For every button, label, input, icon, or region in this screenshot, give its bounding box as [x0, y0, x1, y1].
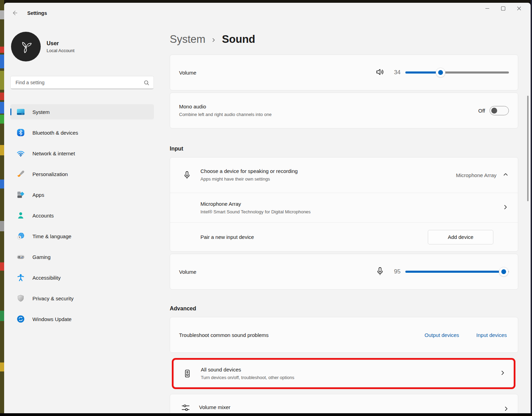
- breadcrumb-system[interactable]: System: [170, 33, 205, 46]
- slider-thumb[interactable]: [499, 267, 509, 277]
- choose-input-device-title: Choose a device for speaking or recordin…: [200, 168, 298, 175]
- choose-input-device-description: Apps might have their own settings: [200, 176, 298, 182]
- settings-window: Settings User Local Account: [4, 3, 531, 413]
- sidebar-item-privacy-security[interactable]: Privacy & security: [10, 291, 154, 306]
- person-icon: [17, 211, 25, 220]
- sidebar-item-system[interactable]: System: [10, 104, 154, 119]
- sidebar-item-gaming[interactable]: Gaming: [10, 249, 154, 264]
- sidebar-item-label: Privacy & security: [32, 296, 73, 301]
- search-box: [10, 76, 154, 89]
- chevron-right-icon: [503, 204, 508, 211]
- refresh-icon: [17, 315, 25, 323]
- add-device-button[interactable]: Add device: [428, 230, 493, 244]
- choose-input-device-row[interactable]: Choose a device for speaking or recordin…: [170, 157, 518, 193]
- input-device-name: Microphone Array: [200, 201, 311, 207]
- close-button[interactable]: [511, 3, 527, 15]
- output-devices-link[interactable]: Output devices: [425, 332, 459, 338]
- sidebar-nav: System Bluetooth & devices Network & int…: [4, 104, 167, 327]
- close-icon: [516, 6, 522, 12]
- sidebar-item-bluetooth-devices[interactable]: Bluetooth & devices: [10, 125, 154, 140]
- desktop-background-right: [531, 0, 532, 413]
- mono-audio-card: Mono audio Combine left and right audio …: [170, 93, 518, 128]
- sidebar-item-label: Windows Update: [32, 316, 71, 322]
- troubleshoot-label: Troubleshoot common sound problems: [179, 332, 269, 338]
- scrollbar[interactable]: [527, 96, 529, 201]
- sidebar-item-label: Apps: [32, 192, 44, 198]
- mono-audio-toggle[interactable]: [490, 106, 509, 115]
- user-avatar-razer-logo: [11, 32, 41, 61]
- sidebar-item-label: Personalization: [32, 171, 68, 177]
- mono-audio-state: Off: [478, 108, 485, 114]
- sidebar-item-label: Gaming: [32, 254, 51, 260]
- minimize-icon: [485, 6, 490, 12]
- system-icon: [17, 108, 25, 116]
- output-volume-card: Volume 34: [170, 55, 518, 90]
- sidebar-item-label: Network & internet: [32, 151, 75, 156]
- sidebar-item-apps[interactable]: Apps: [10, 187, 154, 202]
- pair-device-label: Pair a new input device: [200, 234, 254, 240]
- minimize-button[interactable]: [479, 3, 495, 15]
- input-devices-link[interactable]: Input devices: [476, 332, 507, 338]
- toggle-knob: [491, 108, 497, 114]
- breadcrumb-chevron-icon: [211, 38, 216, 42]
- apps-icon: [17, 191, 25, 199]
- main-content: System Sound Volume 34: [170, 23, 518, 413]
- user-name: User: [47, 40, 75, 47]
- sidebar-item-accessibility[interactable]: Accessibility: [10, 270, 154, 285]
- volume-mixer-title: Volume mixer: [199, 404, 230, 411]
- titlebar: Settings: [4, 3, 531, 23]
- sidebar: User Local Account System Bluetooth &: [4, 23, 167, 413]
- all-sound-devices-row[interactable]: All sound devices Turn devices on/off, t…: [174, 360, 513, 387]
- output-volume-slider[interactable]: [405, 68, 509, 77]
- back-button[interactable]: [9, 8, 21, 19]
- search-input[interactable]: [11, 76, 154, 89]
- input-volume-value: 95: [392, 268, 401, 275]
- sidebar-item-label: Time & language: [32, 233, 71, 239]
- input-devices-card: Choose a device for speaking or recordin…: [170, 157, 518, 252]
- microphone-icon[interactable]: [375, 267, 385, 277]
- globe-clock-icon: [17, 232, 25, 240]
- gamepad-icon: [17, 253, 25, 261]
- input-volume-slider[interactable]: [405, 267, 509, 277]
- bluetooth-icon: [17, 128, 25, 137]
- chevron-right-icon: [503, 406, 509, 413]
- sidebar-item-label: System: [32, 109, 50, 115]
- all-sound-devices-description: Turn devices on/off, troubleshoot, other…: [201, 375, 294, 381]
- sidebar-item-personalization[interactable]: Personalization: [10, 166, 154, 182]
- volume-mixer-row[interactable]: Volume mixer: [170, 394, 518, 413]
- user-account-row[interactable]: User Local Account: [11, 32, 167, 61]
- output-volume-value: 34: [392, 69, 401, 76]
- sidebar-item-accounts[interactable]: Accounts: [10, 208, 154, 223]
- advanced-section-header: Advanced: [170, 306, 518, 312]
- red-highlight-annotation: All sound devices Turn devices on/off, t…: [172, 358, 515, 389]
- pair-input-device-row: Pair a new input device Add device: [170, 223, 518, 251]
- microphone-icon: [183, 171, 191, 180]
- chevron-right-icon: [500, 370, 505, 377]
- all-sound-devices-title: All sound devices: [201, 366, 294, 373]
- sidebar-item-windows-update[interactable]: Windows Update: [10, 311, 154, 327]
- sidebar-item-label: Accessibility: [32, 275, 61, 281]
- sidebar-item-network-internet[interactable]: Network & internet: [10, 146, 154, 161]
- user-account-type: Local Account: [47, 48, 75, 53]
- wifi-icon: [17, 149, 25, 157]
- microphone-array-row[interactable]: Microphone Array Intel® Smart Sound Tech…: [170, 193, 518, 223]
- sidebar-item-label: Bluetooth & devices: [32, 130, 78, 136]
- screen-bottom-bar: [0, 413, 532, 416]
- troubleshoot-card: Troubleshoot common sound problems Outpu…: [170, 317, 518, 353]
- sidebar-item-time-language[interactable]: Time & language: [10, 229, 154, 244]
- mixer-sliders-icon: [181, 403, 190, 412]
- shield-icon: [17, 294, 25, 302]
- speaker-cabinet-icon: [183, 369, 192, 378]
- slider-thumb[interactable]: [436, 68, 445, 77]
- speaker-icon[interactable]: [375, 67, 385, 78]
- input-section-header: Input: [170, 146, 518, 152]
- back-arrow-icon: [12, 10, 18, 18]
- maximize-button[interactable]: [495, 3, 511, 15]
- breadcrumb: System Sound: [170, 32, 518, 47]
- input-volume-label: Volume: [179, 269, 196, 275]
- desktop-background-edge: [0, 0, 4, 413]
- sidebar-item-label: Accounts: [32, 213, 54, 219]
- chevron-up-icon[interactable]: [503, 172, 508, 178]
- search-icon[interactable]: [144, 80, 149, 87]
- maximize-icon: [501, 6, 506, 12]
